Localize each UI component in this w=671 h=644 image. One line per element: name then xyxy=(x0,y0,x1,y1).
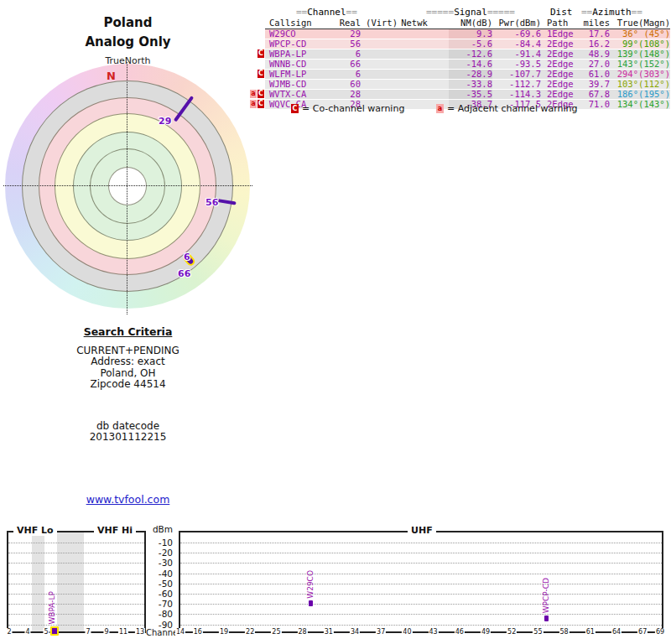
dbm-gridline xyxy=(180,563,662,564)
warning-icons: C xyxy=(250,49,264,58)
table-cell: 139° xyxy=(610,49,638,59)
channel-tick-label: 64 xyxy=(611,628,622,636)
channel-tick-label: 11 xyxy=(118,628,128,636)
table-cell xyxy=(431,49,449,59)
table-cell: 66 xyxy=(324,60,361,69)
table-cell: 39.7 xyxy=(578,80,610,89)
table-cell: (112°) xyxy=(638,80,670,89)
table-cell: WPCP-CD xyxy=(265,39,324,49)
dbm-gridline xyxy=(8,604,144,605)
station-label: WPCP-CD xyxy=(542,578,550,613)
table-cell: 27.0 xyxy=(578,60,610,69)
table-cell: 103° xyxy=(610,80,638,89)
channel-tick-label: 2 xyxy=(6,628,12,636)
warning-icons: aC xyxy=(250,100,264,108)
channel-tick-label: 5 xyxy=(43,628,49,636)
dbm-tick-label: -70 xyxy=(148,599,173,609)
table-cell: -91.4 xyxy=(492,49,541,59)
dbm-tick-label: -10 xyxy=(148,538,173,548)
criteria-line: CURRENT+PENDING xyxy=(0,345,256,357)
dbm-tick-label: -50 xyxy=(148,579,173,589)
tvfool-link[interactable]: www.tvfool.com xyxy=(86,493,170,506)
table-cell: 36° xyxy=(610,29,638,39)
channel-tick-label: 49 xyxy=(481,628,491,636)
table-cell: -107.7 xyxy=(492,70,541,79)
table-cell: (148°) xyxy=(638,49,670,59)
table-cell: (303°) xyxy=(638,70,670,79)
table-cell: (152°) xyxy=(638,60,670,69)
db-datecode-label: db datecode xyxy=(0,421,256,433)
signal-band-center xyxy=(108,167,147,205)
table-column-header: (Magn) xyxy=(638,18,670,28)
dbm-gridline xyxy=(180,604,662,605)
table-cell: -84.4 xyxy=(492,39,541,49)
table-cell: -14.6 xyxy=(449,60,492,69)
table-cell: -114.3 xyxy=(492,90,541,99)
channel-tick-label: 58 xyxy=(559,628,570,636)
table-cell xyxy=(361,60,398,69)
co-channel-warning-icon: C xyxy=(291,104,299,113)
table-cell: 6 xyxy=(324,70,361,79)
dbm-gridline xyxy=(180,614,662,615)
channel-tick-label: 61 xyxy=(585,628,596,636)
channel-tick-label: 31 xyxy=(324,628,334,636)
tvfool-report: { "polar": { "title": "Poland", "subtitl… xyxy=(0,0,671,644)
dbm-gridline xyxy=(8,563,144,564)
dbm-gridline xyxy=(180,625,662,626)
channel-tick-label: 9 xyxy=(103,628,109,636)
table-cell xyxy=(361,39,398,49)
channel-tick-label: 28 xyxy=(298,628,308,636)
table-cell: 143° xyxy=(610,60,638,69)
table-column-header: Real xyxy=(324,18,361,28)
channel-tick-label: 7 xyxy=(85,628,91,636)
dbm-axis-title: dBm xyxy=(148,524,173,534)
legend-item: a= Adjacent channel warning xyxy=(436,103,578,114)
table-cell: (108°) xyxy=(638,39,670,49)
adjacent-channel-warning-icon: a xyxy=(250,100,257,108)
table-rows: W29CO299.3-69.61Edge17.636°(45°)WPCP-CD5… xyxy=(265,29,670,110)
dbm-gridline xyxy=(8,553,144,553)
criteria-line: Poland, OH xyxy=(0,368,256,380)
table-cell: -12.6 xyxy=(449,49,492,59)
criteria-line: Address: exact xyxy=(0,356,256,368)
table-cell: (45°) xyxy=(638,29,670,39)
table-cell: -69.6 xyxy=(492,29,541,39)
table-column-header xyxy=(431,18,449,28)
dbm-gridline xyxy=(180,543,662,543)
table-cell xyxy=(398,60,431,69)
table-cell: 6 xyxy=(324,49,361,59)
channel-tick-label: 52 xyxy=(507,628,517,636)
table-group-header: =====Signal===== xyxy=(426,7,515,18)
channel-tick-label: 4 xyxy=(24,628,30,636)
channel-marker-label: 56 xyxy=(205,197,218,208)
table-cell: 2Edge xyxy=(541,80,578,89)
table-cell xyxy=(431,29,449,39)
spectrum-chart: VHF Lo VHF Hi UHF dBm Channel -10-20-30-… xyxy=(0,520,671,644)
station-bar xyxy=(50,626,59,636)
channel-tick-label: 14 xyxy=(175,628,185,636)
dbm-gridline xyxy=(180,584,662,584)
table-cell xyxy=(361,90,398,99)
dbm-gridline xyxy=(180,574,662,574)
dbm-tick-label: -20 xyxy=(148,548,173,558)
channel-tick-label: 43 xyxy=(429,628,439,636)
co-channel-warning-icon: C xyxy=(257,100,264,108)
channel-tick-label: 25 xyxy=(271,628,281,636)
adjacent-channel-warning-icon: a xyxy=(436,104,444,113)
table-cell xyxy=(431,60,449,69)
table-cell xyxy=(361,29,398,39)
table-cell: (195°) xyxy=(638,90,670,99)
vhf-plot-box xyxy=(7,531,146,633)
search-criteria: Search Criteria CURRENT+PENDING Address:… xyxy=(0,326,256,444)
table-cell: -28.9 xyxy=(449,70,492,79)
band-gap-shading xyxy=(57,532,84,631)
table-cell: -5.6 xyxy=(449,39,492,49)
table-cell xyxy=(398,49,431,59)
dbm-tick-label: -40 xyxy=(148,569,173,579)
dbm-gridline xyxy=(180,553,662,553)
table-cell: 2Edge xyxy=(541,70,578,79)
table-cell xyxy=(431,39,449,49)
co-channel-warning-icon: C xyxy=(257,49,264,58)
dbm-tick-label: -30 xyxy=(148,558,173,568)
table-cell: 2Edge xyxy=(541,49,578,59)
